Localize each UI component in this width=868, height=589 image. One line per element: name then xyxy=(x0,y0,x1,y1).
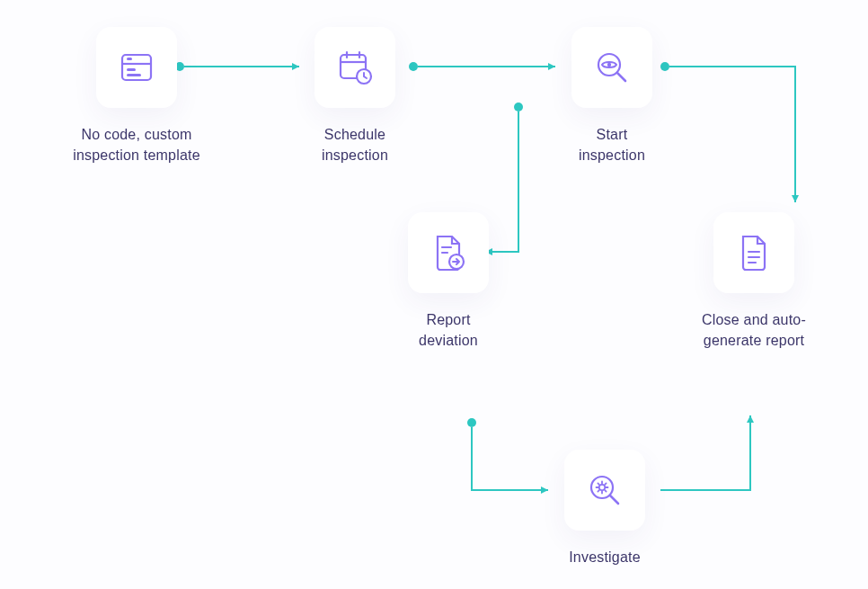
svg-line-24 xyxy=(617,73,625,81)
svg-line-33 xyxy=(610,495,618,504)
node-close: Close and auto-generate report xyxy=(669,212,839,351)
svg-point-34 xyxy=(599,485,605,490)
svg-line-42 xyxy=(605,490,606,491)
svg-marker-12 xyxy=(747,415,754,423)
node-report: Reportdeviation xyxy=(372,212,525,351)
node-start-card xyxy=(571,27,652,108)
svg-rect-16 xyxy=(127,74,141,76)
node-investigate-card xyxy=(564,450,645,531)
document-icon xyxy=(735,231,773,274)
magnifier-eye-icon xyxy=(591,47,633,88)
node-report-card xyxy=(408,212,489,293)
svg-marker-7 xyxy=(792,195,799,202)
diagram-stage: No code, custominspection template Sched… xyxy=(0,0,868,589)
svg-line-40 xyxy=(605,483,606,484)
node-template-label: No code, custominspection template xyxy=(73,124,200,165)
node-start-label: Startinspection xyxy=(579,124,645,165)
node-investigate: Investigate xyxy=(528,450,681,567)
svg-point-10 xyxy=(467,418,476,427)
node-template-card xyxy=(96,27,177,108)
node-schedule-card xyxy=(314,27,395,108)
magnifier-gear-icon xyxy=(584,469,625,511)
node-close-card xyxy=(713,212,794,293)
svg-line-41 xyxy=(598,490,598,491)
node-close-label: Close and auto-generate report xyxy=(702,309,806,351)
node-investigate-label: Investigate xyxy=(569,547,641,567)
svg-line-39 xyxy=(598,483,598,484)
node-schedule-label: Scheduleinspection xyxy=(322,124,388,165)
document-arrow-icon xyxy=(428,231,469,274)
node-schedule: Scheduleinspection xyxy=(279,27,431,165)
svg-point-25 xyxy=(607,63,611,67)
calendar-clock-icon xyxy=(334,47,376,88)
svg-point-8 xyxy=(514,103,523,112)
node-template: No code, custominspection template xyxy=(56,27,217,165)
form-template-icon xyxy=(117,48,156,87)
svg-rect-15 xyxy=(127,68,136,71)
node-start: Startinspection xyxy=(536,27,688,165)
svg-rect-17 xyxy=(127,58,132,60)
node-report-label: Reportdeviation xyxy=(419,309,478,351)
